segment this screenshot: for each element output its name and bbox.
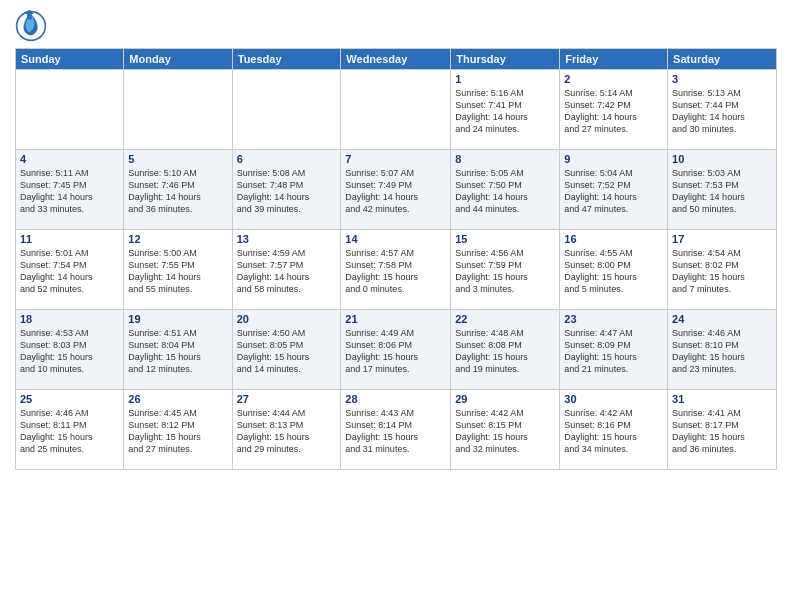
day-info: Sunrise: 5:08 AM Sunset: 7:48 PM Dayligh… [237,167,337,216]
day-number: 7 [345,153,446,165]
calendar-cell: 20Sunrise: 4:50 AM Sunset: 8:05 PM Dayli… [232,310,341,390]
calendar-cell: 11Sunrise: 5:01 AM Sunset: 7:54 PM Dayli… [16,230,124,310]
page: SundayMondayTuesdayWednesdayThursdayFrid… [0,0,792,612]
week-row-4: 18Sunrise: 4:53 AM Sunset: 8:03 PM Dayli… [16,310,777,390]
calendar-cell [124,70,232,150]
day-number: 23 [564,313,663,325]
day-number: 28 [345,393,446,405]
header [15,10,777,42]
day-info: Sunrise: 5:00 AM Sunset: 7:55 PM Dayligh… [128,247,227,296]
calendar-cell: 31Sunrise: 4:41 AM Sunset: 8:17 PM Dayli… [668,390,777,470]
day-info: Sunrise: 5:01 AM Sunset: 7:54 PM Dayligh… [20,247,119,296]
calendar-cell: 6Sunrise: 5:08 AM Sunset: 7:48 PM Daylig… [232,150,341,230]
day-info: Sunrise: 5:16 AM Sunset: 7:41 PM Dayligh… [455,87,555,136]
day-info: Sunrise: 5:11 AM Sunset: 7:45 PM Dayligh… [20,167,119,216]
day-info: Sunrise: 4:50 AM Sunset: 8:05 PM Dayligh… [237,327,337,376]
day-info: Sunrise: 5:03 AM Sunset: 7:53 PM Dayligh… [672,167,772,216]
calendar-cell: 22Sunrise: 4:48 AM Sunset: 8:08 PM Dayli… [451,310,560,390]
weekday-header-saturday: Saturday [668,49,777,70]
calendar-cell: 18Sunrise: 4:53 AM Sunset: 8:03 PM Dayli… [16,310,124,390]
day-info: Sunrise: 4:59 AM Sunset: 7:57 PM Dayligh… [237,247,337,296]
day-number: 12 [128,233,227,245]
weekday-header-monday: Monday [124,49,232,70]
day-info: Sunrise: 4:46 AM Sunset: 8:11 PM Dayligh… [20,407,119,456]
day-info: Sunrise: 4:57 AM Sunset: 7:58 PM Dayligh… [345,247,446,296]
day-info: Sunrise: 5:04 AM Sunset: 7:52 PM Dayligh… [564,167,663,216]
weekday-header-friday: Friday [560,49,668,70]
calendar-cell: 15Sunrise: 4:56 AM Sunset: 7:59 PM Dayli… [451,230,560,310]
day-number: 4 [20,153,119,165]
calendar-cell: 3Sunrise: 5:13 AM Sunset: 7:44 PM Daylig… [668,70,777,150]
day-number: 14 [345,233,446,245]
calendar-cell [232,70,341,150]
weekday-header-tuesday: Tuesday [232,49,341,70]
week-row-2: 4Sunrise: 5:11 AM Sunset: 7:45 PM Daylig… [16,150,777,230]
day-number: 18 [20,313,119,325]
weekday-header-row: SundayMondayTuesdayWednesdayThursdayFrid… [16,49,777,70]
calendar-cell [16,70,124,150]
calendar-cell: 21Sunrise: 4:49 AM Sunset: 8:06 PM Dayli… [341,310,451,390]
day-number: 1 [455,73,555,85]
calendar-cell: 27Sunrise: 4:44 AM Sunset: 8:13 PM Dayli… [232,390,341,470]
calendar-cell: 5Sunrise: 5:10 AM Sunset: 7:46 PM Daylig… [124,150,232,230]
day-number: 15 [455,233,555,245]
day-info: Sunrise: 5:10 AM Sunset: 7:46 PM Dayligh… [128,167,227,216]
day-number: 21 [345,313,446,325]
day-info: Sunrise: 4:45 AM Sunset: 8:12 PM Dayligh… [128,407,227,456]
day-info: Sunrise: 4:55 AM Sunset: 8:00 PM Dayligh… [564,247,663,296]
day-info: Sunrise: 4:42 AM Sunset: 8:16 PM Dayligh… [564,407,663,456]
day-info: Sunrise: 4:44 AM Sunset: 8:13 PM Dayligh… [237,407,337,456]
day-number: 17 [672,233,772,245]
week-row-1: 1Sunrise: 5:16 AM Sunset: 7:41 PM Daylig… [16,70,777,150]
day-info: Sunrise: 4:49 AM Sunset: 8:06 PM Dayligh… [345,327,446,376]
logo-icon [15,10,47,42]
calendar-cell: 7Sunrise: 5:07 AM Sunset: 7:49 PM Daylig… [341,150,451,230]
day-number: 10 [672,153,772,165]
calendar-cell: 26Sunrise: 4:45 AM Sunset: 8:12 PM Dayli… [124,390,232,470]
day-number: 22 [455,313,555,325]
calendar-cell: 24Sunrise: 4:46 AM Sunset: 8:10 PM Dayli… [668,310,777,390]
weekday-header-wednesday: Wednesday [341,49,451,70]
day-number: 26 [128,393,227,405]
day-info: Sunrise: 4:46 AM Sunset: 8:10 PM Dayligh… [672,327,772,376]
calendar-cell: 4Sunrise: 5:11 AM Sunset: 7:45 PM Daylig… [16,150,124,230]
day-info: Sunrise: 4:41 AM Sunset: 8:17 PM Dayligh… [672,407,772,456]
day-info: Sunrise: 5:07 AM Sunset: 7:49 PM Dayligh… [345,167,446,216]
calendar-cell: 28Sunrise: 4:43 AM Sunset: 8:14 PM Dayli… [341,390,451,470]
day-number: 2 [564,73,663,85]
calendar-cell: 12Sunrise: 5:00 AM Sunset: 7:55 PM Dayli… [124,230,232,310]
day-info: Sunrise: 5:14 AM Sunset: 7:42 PM Dayligh… [564,87,663,136]
day-info: Sunrise: 4:51 AM Sunset: 8:04 PM Dayligh… [128,327,227,376]
day-number: 13 [237,233,337,245]
calendar-cell: 10Sunrise: 5:03 AM Sunset: 7:53 PM Dayli… [668,150,777,230]
day-number: 20 [237,313,337,325]
calendar-cell: 23Sunrise: 4:47 AM Sunset: 8:09 PM Dayli… [560,310,668,390]
logo [15,10,51,42]
day-number: 24 [672,313,772,325]
day-info: Sunrise: 4:47 AM Sunset: 8:09 PM Dayligh… [564,327,663,376]
day-info: Sunrise: 4:56 AM Sunset: 7:59 PM Dayligh… [455,247,555,296]
calendar-cell: 8Sunrise: 5:05 AM Sunset: 7:50 PM Daylig… [451,150,560,230]
calendar-cell: 29Sunrise: 4:42 AM Sunset: 8:15 PM Dayli… [451,390,560,470]
day-number: 25 [20,393,119,405]
calendar-cell: 17Sunrise: 4:54 AM Sunset: 8:02 PM Dayli… [668,230,777,310]
day-info: Sunrise: 5:05 AM Sunset: 7:50 PM Dayligh… [455,167,555,216]
week-row-3: 11Sunrise: 5:01 AM Sunset: 7:54 PM Dayli… [16,230,777,310]
day-info: Sunrise: 4:48 AM Sunset: 8:08 PM Dayligh… [455,327,555,376]
day-number: 16 [564,233,663,245]
day-info: Sunrise: 5:13 AM Sunset: 7:44 PM Dayligh… [672,87,772,136]
day-number: 6 [237,153,337,165]
day-number: 9 [564,153,663,165]
day-number: 3 [672,73,772,85]
calendar-cell: 16Sunrise: 4:55 AM Sunset: 8:00 PM Dayli… [560,230,668,310]
day-number: 29 [455,393,555,405]
weekday-header-sunday: Sunday [16,49,124,70]
calendar-cell [341,70,451,150]
day-number: 27 [237,393,337,405]
calendar-cell: 9Sunrise: 5:04 AM Sunset: 7:52 PM Daylig… [560,150,668,230]
calendar-cell: 2Sunrise: 5:14 AM Sunset: 7:42 PM Daylig… [560,70,668,150]
calendar-cell: 14Sunrise: 4:57 AM Sunset: 7:58 PM Dayli… [341,230,451,310]
calendar-cell: 13Sunrise: 4:59 AM Sunset: 7:57 PM Dayli… [232,230,341,310]
day-info: Sunrise: 4:53 AM Sunset: 8:03 PM Dayligh… [20,327,119,376]
day-number: 5 [128,153,227,165]
